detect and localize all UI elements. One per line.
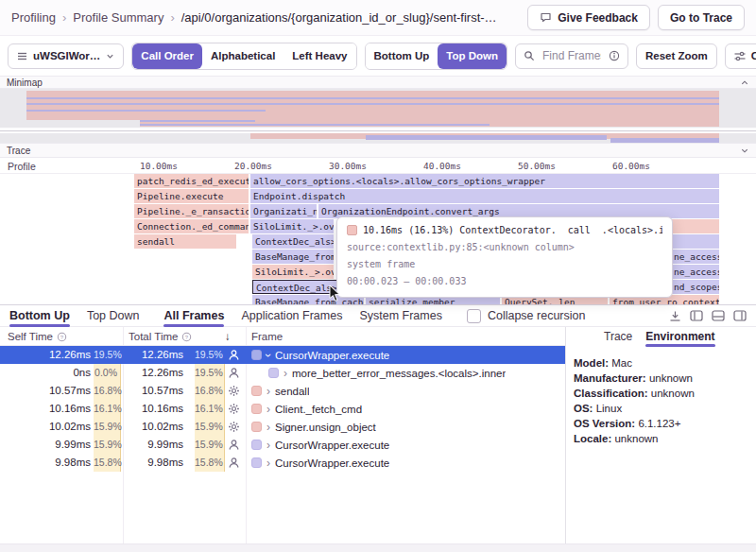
frame-table-row[interactable]: 10.16ms16.1%10.16ms16.1%›Client._fetch_c… <box>0 400 565 418</box>
minimap-canvas[interactable] <box>0 89 756 143</box>
minimap-block <box>26 103 719 105</box>
flame-frame[interactable]: SiloLimit._>.over <box>250 219 334 233</box>
frame-table-row[interactable]: 10.02ms15.9%10.02ms15.9%›Signer.unsign_o… <box>0 418 565 436</box>
view-mode-bottom-up[interactable]: Bottom Up <box>366 43 438 69</box>
frame-tooltip: 10.16ms (16.13%) ContextDecorator.__call… <box>336 216 673 298</box>
frame-column-header[interactable]: Frame <box>251 327 283 346</box>
breadcrumb-item-profiling[interactable]: Profiling <box>11 10 56 25</box>
dock-bottom-icon[interactable] <box>712 310 725 321</box>
flame-frame[interactable] <box>671 234 719 249</box>
flame-frame[interactable]: patch_redis_ed_execute <box>134 174 249 188</box>
flame-frame[interactable]: Endpoint.dispatch <box>250 189 719 203</box>
flame-frame[interactable]: ne_access <box>671 250 719 264</box>
flame-frame[interactable]: Pipeline._e_ransaction <box>134 204 249 218</box>
breadcrumb-separator-icon: › <box>170 10 174 25</box>
flame-frame[interactable]: BaseManage_from_c <box>252 250 334 264</box>
details-tabs: TraceEnvironment <box>566 327 756 346</box>
flame-frame[interactable]: nd_scopes <box>671 280 719 294</box>
collapse-recursion-option[interactable]: Collapse recursion <box>467 305 586 326</box>
chevron-right-icon[interactable]: › <box>266 404 270 415</box>
collapse-recursion-checkbox[interactable] <box>467 309 481 323</box>
tooltip-title-text: 10.16ms (16.13%) ContextDecorator.__call… <box>363 225 662 235</box>
flamegraph-toolbar: uWSGIWor… Call OrderAlphabeticalLeft Hea… <box>0 36 756 76</box>
frame-table-row[interactable]: 9.99ms15.9%9.99ms15.9%›CursorWrapper.exe… <box>0 436 565 454</box>
frame-table-row[interactable]: 9.98ms15.8%9.98ms15.8%›CursorWrapper.exe… <box>0 454 565 472</box>
frame-table-row[interactable]: 0ns0.0%12.26ms19.5%›more_better_error_me… <box>0 364 565 382</box>
go-to-trace-label: Go to Trace <box>670 11 732 25</box>
go-to-trace-button[interactable]: Go to Trace <box>658 5 745 30</box>
chevron-down-icon[interactable] <box>740 147 749 155</box>
color-coding-label: Color Coding <box>751 50 756 61</box>
tab-trace[interactable]: Trace <box>604 327 632 346</box>
reset-zoom-button[interactable]: Reset Zoom <box>636 43 717 69</box>
environment-details: Model: MacManufacturer: unknownClassific… <box>566 346 756 446</box>
dock-right-icon[interactable] <box>733 310 747 321</box>
chevron-right-icon[interactable]: › <box>266 386 270 397</box>
frame-name: sendall <box>275 386 309 397</box>
system-frame-icon <box>228 403 240 415</box>
frame-color-swatch <box>251 404 262 414</box>
flame-frame[interactable]: allow_cors_options.<locals>.allow_cors_o… <box>250 174 719 188</box>
flame-frame[interactable]: ne_access <box>671 265 719 279</box>
chevron-down-icon[interactable]: › <box>263 354 274 357</box>
tab-all-frames[interactable]: All Frames <box>163 305 224 326</box>
download-icon[interactable] <box>669 310 681 322</box>
flame-frame[interactable]: Connection._ed_command <box>134 219 249 233</box>
self-time-column-header[interactable]: Self Time ? <box>8 327 67 346</box>
flame-frame[interactable]: sendall <box>134 234 236 249</box>
ruler-tick: 60.00ms <box>595 161 650 171</box>
tab-environment[interactable]: Environment <box>645 327 714 346</box>
minimap-section-header[interactable]: Minimap <box>0 76 756 89</box>
total-time-percent: 15.9% <box>195 436 225 454</box>
flame-frame[interactable]: Organizati_nvert_args <box>250 204 317 218</box>
horizontal-scrollbar[interactable] <box>0 543 756 552</box>
environment-field-model: Model: Mac <box>574 355 756 371</box>
breadcrumb-item-profile-summary[interactable]: Profile Summary <box>73 10 163 25</box>
color-coding-dropdown[interactable]: Color Coding <box>725 43 756 69</box>
tab-application-frames[interactable]: Application Frames <box>241 305 342 326</box>
tab-system-frames[interactable]: System Frames <box>359 305 442 326</box>
find-frames-search[interactable] <box>515 43 628 69</box>
give-feedback-button[interactable]: Give Feedback <box>527 5 650 30</box>
sort-mode-alphabetical[interactable]: Alphabetical <box>202 43 284 69</box>
question-circle-icon: ? <box>181 332 192 342</box>
chevron-right-icon[interactable]: › <box>266 440 270 451</box>
self-time-percent: 16.1% <box>94 400 121 418</box>
dock-left-icon[interactable] <box>690 310 703 321</box>
total-time-value: 10.02ms <box>121 418 183 436</box>
frame-color-swatch <box>268 368 279 378</box>
time-ruler: Profile 10.00ms20.00ms30.00ms40.00ms50.0… <box>0 158 756 174</box>
minimap-block <box>140 120 255 122</box>
flame-frame[interactable]: SiloLimit._>.over <box>252 265 334 279</box>
frame-name: more_better_error_messages.<locals>.inne… <box>292 368 506 379</box>
frame-cell: ›Signer.unsign_object <box>251 418 565 436</box>
application-frame-icon <box>228 349 240 361</box>
bottom-panel: Bottom UpTop Down All FramesApplication … <box>0 304 756 552</box>
sort-descending-icon[interactable]: ↓ <box>225 327 231 346</box>
tab-bottom-up[interactable]: Bottom Up <box>9 305 70 326</box>
trace-section-header[interactable]: Trace <box>0 143 756 158</box>
chevron-right-icon[interactable]: › <box>284 368 287 379</box>
sort-mode-call-order[interactable]: Call Order <box>132 43 202 69</box>
flame-frame[interactable] <box>671 219 719 233</box>
chevron-right-icon[interactable]: › <box>266 457 270 469</box>
tab-top-down[interactable]: Top Down <box>87 305 140 326</box>
find-frames-input[interactable] <box>541 48 603 63</box>
frame-cell: ›CursorWrapper.execute <box>251 436 565 454</box>
self-time-percent: 15.9% <box>94 436 121 454</box>
flame-frame[interactable]: ContextDec_als>.i <box>252 234 334 249</box>
thread-selector-dropdown[interactable]: uWSGIWor… <box>8 43 124 69</box>
view-mode-top-down[interactable]: Top Down <box>438 43 507 69</box>
frame-table-row[interactable]: 12.26ms19.5%12.26ms19.5%›CursorWrapper.e… <box>0 346 565 364</box>
chevron-right-icon[interactable]: › <box>266 422 270 433</box>
total-time-value: 9.99ms <box>121 436 183 454</box>
chevron-up-icon[interactable] <box>740 78 749 87</box>
profiling-flamegraph-page: Profiling›Profile Summary›/api/0/organiz… <box>0 0 756 552</box>
ruler-tick: 30.00ms <box>312 161 367 171</box>
sort-mode-left-heavy[interactable]: Left Heavy <box>284 43 355 69</box>
frame-name: CursorWrapper.execute <box>275 440 389 451</box>
trace-title: Trace <box>7 146 30 156</box>
frame-table-row[interactable]: 10.57ms16.8%10.57ms16.8%›sendall <box>0 382 565 400</box>
total-time-column-header[interactable]: Total Time ? <box>129 327 192 346</box>
flame-frame[interactable]: Pipeline.execute <box>134 189 249 203</box>
